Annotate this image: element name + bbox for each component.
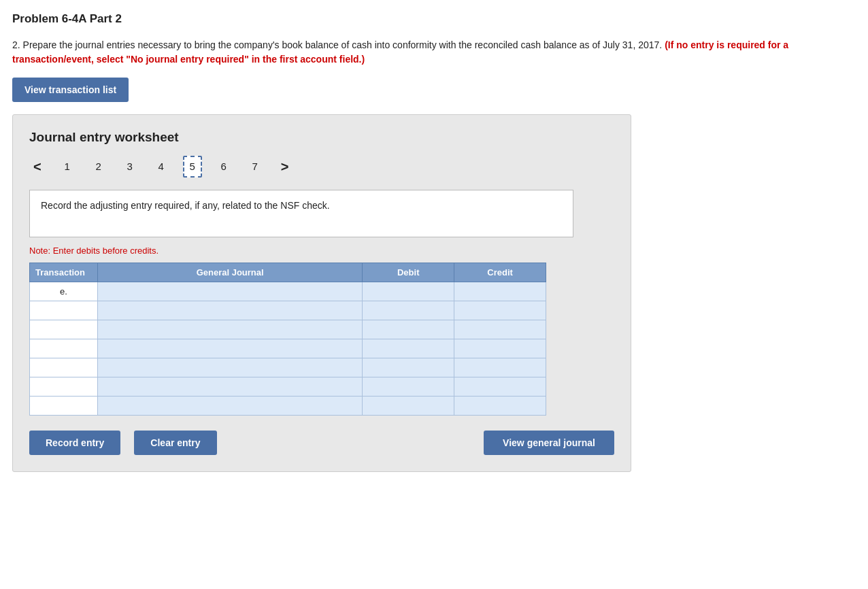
col-header-transaction: Transaction [30,263,98,282]
credit-cell-3 [454,320,546,339]
credit-input-6[interactable] [454,377,546,396]
debit-input-5[interactable] [363,358,454,377]
table-row [30,301,546,320]
instruction-box: Record the adjusting entry required, if … [29,190,573,237]
gj-input-6[interactable] [98,377,362,396]
gj-cell-7 [97,397,362,416]
col-header-debit: Debit [363,263,454,282]
instruction-text: Record the adjusting entry required, if … [41,200,330,211]
transaction-cell-1: e. [30,282,98,301]
table-row [30,320,546,339]
nav-num-2[interactable]: 2 [89,157,108,176]
clear-entry-button[interactable]: Clear entry [134,431,216,455]
transaction-cell-7 [30,397,98,416]
transaction-cell-4 [30,339,98,358]
debit-input-2[interactable] [363,301,454,320]
credit-cell-4 [454,339,546,358]
instructions-line1: 2. Prepare the journal entries necessary… [12,39,662,50]
table-row: e. [30,282,546,301]
credit-cell-2 [454,301,546,320]
journal-table: Transaction General Journal Debit Credit… [29,263,546,416]
debit-cell-6 [363,377,454,397]
next-arrow[interactable]: > [277,160,293,173]
gj-input-3[interactable] [98,320,362,339]
gj-input-1[interactable] [98,282,362,301]
transaction-cell-5 [30,358,98,377]
prev-arrow[interactable]: < [29,160,46,173]
view-general-journal-button[interactable]: View general journal [484,431,614,455]
table-row [30,397,546,416]
record-entry-button[interactable]: Record entry [29,431,120,455]
gj-input-2[interactable] [98,301,362,320]
nav-row: < 1 2 3 4 5 6 7 > [29,156,614,178]
gj-input-7[interactable] [98,397,362,415]
credit-input-4[interactable] [454,339,546,358]
problem-title: Problem 6-4A Part 2 [12,12,856,26]
col-header-gj: General Journal [97,263,362,282]
debit-cell-2 [363,301,454,320]
nav-num-4[interactable]: 4 [152,157,171,176]
table-row [30,358,546,377]
credit-cell-5 [454,358,546,377]
nav-num-6[interactable]: 6 [214,157,233,176]
gj-cell-1 [97,282,362,301]
credit-input-7[interactable] [454,397,546,415]
table-row [30,377,546,397]
debit-input-3[interactable] [363,320,454,339]
debit-cell-5 [363,358,454,377]
debit-input-6[interactable] [363,377,454,396]
gj-cell-5 [97,358,362,377]
credit-cell-1 [454,282,546,301]
credit-cell-7 [454,397,546,416]
table-row [30,339,546,358]
worksheet-title: Journal entry worksheet [29,130,614,145]
button-row: Record entry Clear entry View general jo… [29,431,614,455]
debit-cell-3 [363,320,454,339]
credit-input-1[interactable] [454,282,546,301]
debit-input-7[interactable] [363,397,454,415]
nav-num-1[interactable]: 1 [58,157,77,176]
debit-input-4[interactable] [363,339,454,358]
gj-cell-2 [97,301,362,320]
debit-cell-7 [363,397,454,416]
nav-num-7[interactable]: 7 [246,157,265,176]
transaction-cell-2 [30,301,98,320]
credit-input-5[interactable] [454,358,546,377]
credit-input-3[interactable] [454,320,546,339]
credit-input-2[interactable] [454,301,546,320]
debit-cell-1 [363,282,454,301]
gj-cell-3 [97,320,362,339]
gj-cell-6 [97,377,362,397]
gj-input-4[interactable] [98,339,362,358]
col-header-credit: Credit [454,263,546,282]
gj-cell-4 [97,339,362,358]
view-transaction-button[interactable]: View transaction list [12,78,129,102]
transaction-cell-6 [30,377,98,397]
transaction-cell-3 [30,320,98,339]
worksheet-container: Journal entry worksheet < 1 2 3 4 5 6 7 … [12,114,631,472]
gj-input-5[interactable] [98,358,362,377]
credit-cell-6 [454,377,546,397]
nav-num-5[interactable]: 5 [183,156,202,178]
debit-cell-4 [363,339,454,358]
nav-num-3[interactable]: 3 [120,157,139,176]
instructions: 2. Prepare the journal entries necessary… [12,38,849,67]
debit-input-1[interactable] [363,282,454,301]
note-text: Note: Enter debits before credits. [29,246,614,256]
